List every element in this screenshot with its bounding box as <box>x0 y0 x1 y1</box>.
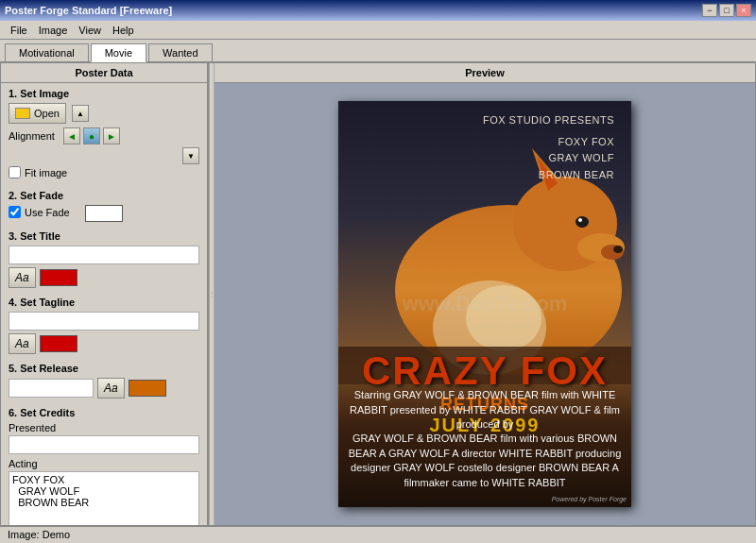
set-image-title: 1. Set Image <box>9 88 199 99</box>
tab-wanted[interactable]: Wanted <box>148 43 213 61</box>
poster-credits-line1: Starring GRAY WOLF & BROWN BEAR film wit… <box>343 388 627 432</box>
preview-header: Preview <box>215 63 755 83</box>
poster-actors: FOXY FOXGRAY WOLFBROWN BEAR <box>483 134 614 184</box>
status-text: Image: Demo <box>8 529 70 540</box>
open-btn-label: Open <box>34 108 60 119</box>
tab-movie[interactable]: Movie <box>91 43 146 62</box>
menu-bar: File Image View Help <box>0 21 756 40</box>
fade-row: Use Fade <box>9 205 199 222</box>
folder-icon <box>15 108 30 119</box>
window-title: Poster Forge Standard [Freeware] <box>5 5 172 16</box>
section-set-fade: 2. Set Fade Use Fade <box>1 185 207 226</box>
use-fade-label: Use Fade <box>25 207 70 218</box>
tagline-input[interactable]: returns <box>9 312 199 331</box>
svg-point-12 <box>466 285 541 351</box>
poster-data-header: Poster Data <box>1 63 207 83</box>
tab-bar: Motivational Movie Wanted <box>0 40 756 62</box>
tagline-font-row: Aa <box>9 333 199 354</box>
svg-point-7 <box>576 216 589 228</box>
minimize-button[interactable]: − <box>702 4 717 17</box>
release-font-button[interactable]: Aa <box>97 378 125 399</box>
preview-area: www.DuoTe.com FOX STUDIO PRESENTS FOXY F… <box>215 83 755 525</box>
fade-color-picker[interactable] <box>85 205 123 222</box>
tagline-color-picker[interactable] <box>40 335 77 352</box>
poster-credits-small: Starring GRAY WOLF & BROWN BEAR film wit… <box>343 388 627 490</box>
poster-studio-credits: FOX STUDIO PRESENTS FOXY FOXGRAY WOLFBRO… <box>483 112 614 183</box>
section-set-image: 1. Set Image Open ▲ Alignment ◄ ● ► ▼ Fi… <box>1 83 207 185</box>
release-input[interactable]: JULY 2099 <box>9 379 94 398</box>
set-credits-title: 6. Set Credits <box>9 407 199 418</box>
svg-point-8 <box>578 218 582 222</box>
alignment-row: Alignment ◄ ● ► <box>9 127 199 144</box>
poster-preview: www.DuoTe.com FOX STUDIO PRESENTS FOXY F… <box>338 101 631 507</box>
section-set-title: 3. Set Title CRAZY FOX Aa <box>1 226 207 292</box>
poster-title: CRAZY FOX <box>338 348 631 394</box>
presented-label: Presented <box>9 422 199 433</box>
acting-textarea[interactable]: FOXY FOX GRAY WOLF BROWN BEAR <box>9 471 199 525</box>
poster-credits-line2: GRAY WOLF & BROWN BEAR film with various… <box>343 432 627 461</box>
menu-view[interactable]: View <box>73 24 107 37</box>
right-panel: Preview <box>215 63 755 525</box>
tab-motivational[interactable]: Motivational <box>5 43 89 61</box>
title-bar: Poster Forge Standard [Freeware] − □ × <box>0 0 756 21</box>
set-title-title: 3. Set Title <box>9 230 199 242</box>
set-tagline-title: 4. Set Tagline <box>9 297 199 308</box>
release-color-picker[interactable] <box>129 380 166 397</box>
window-controls: − □ × <box>702 4 751 17</box>
acting-label: Acting <box>9 458 199 469</box>
align-center-button[interactable]: ● <box>83 127 100 144</box>
left-panel: Poster Data 1. Set Image Open ▲ Alignmen… <box>1 63 209 525</box>
section-set-release: 5. Set Release JULY 2099 Aa <box>1 358 207 402</box>
image-down-button[interactable]: ▼ <box>182 147 199 164</box>
close-button[interactable]: × <box>736 4 751 17</box>
title-color-picker[interactable] <box>40 269 77 286</box>
tagline-font-button[interactable]: Aa <box>9 333 36 354</box>
set-fade-title: 2. Set Fade <box>9 190 199 201</box>
fit-image-row: Fit image <box>9 166 199 178</box>
menu-file[interactable]: File <box>5 24 33 37</box>
section-set-credits: 6. Set Credits Presented FOX STUDIO PRES… <box>1 402 207 525</box>
use-fade-checkbox[interactable] <box>9 206 21 218</box>
align-left-button[interactable]: ◄ <box>63 127 80 144</box>
set-release-title: 5. Set Release <box>9 363 199 374</box>
image-up-button[interactable]: ▲ <box>72 105 89 122</box>
main-layout: Poster Data 1. Set Image Open ▲ Alignmen… <box>0 62 756 526</box>
release-row: JULY 2099 Aa <box>9 378 199 399</box>
fit-image-label: Fit image <box>25 167 67 178</box>
menu-help[interactable]: Help <box>107 24 140 37</box>
maximize-button[interactable]: □ <box>719 4 734 17</box>
svg-point-6 <box>613 246 623 253</box>
poster-credits-line3: designer GRAY WOLF costello designer BRO… <box>343 461 627 490</box>
align-right-button[interactable]: ► <box>103 127 120 144</box>
title-input[interactable]: CRAZY FOX <box>9 246 199 264</box>
poster-powered-label: Powered by Poster Forge <box>552 496 627 502</box>
presented-input[interactable]: FOX STUDIO PRESENTS <box>9 435 199 454</box>
fit-image-checkbox[interactable] <box>9 166 21 178</box>
status-bar: Image: Demo <box>0 526 756 541</box>
menu-image[interactable]: Image <box>33 24 74 37</box>
section-set-tagline: 4. Set Tagline returns Aa <box>1 292 207 358</box>
open-image-button[interactable]: Open <box>9 103 66 124</box>
title-font-button[interactable]: Aa <box>9 267 36 288</box>
alignment-label: Alignment <box>9 130 60 142</box>
poster-studio-line: FOX STUDIO PRESENTS <box>483 112 614 128</box>
title-font-row: Aa <box>9 267 199 288</box>
